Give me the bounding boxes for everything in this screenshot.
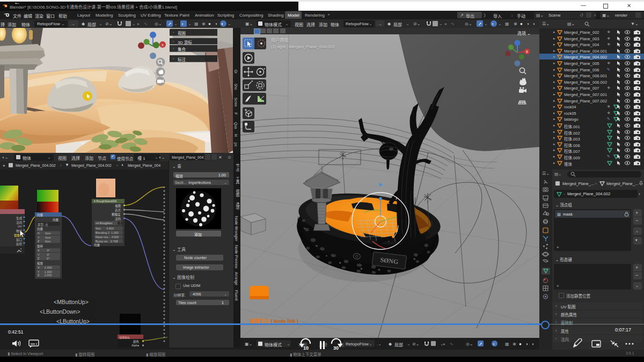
svg-text:10: 10 [303,345,309,351]
svg-text:X: X [526,50,529,54]
svg-text:X: X [162,43,164,47]
svg-text:30: 30 [333,345,339,351]
